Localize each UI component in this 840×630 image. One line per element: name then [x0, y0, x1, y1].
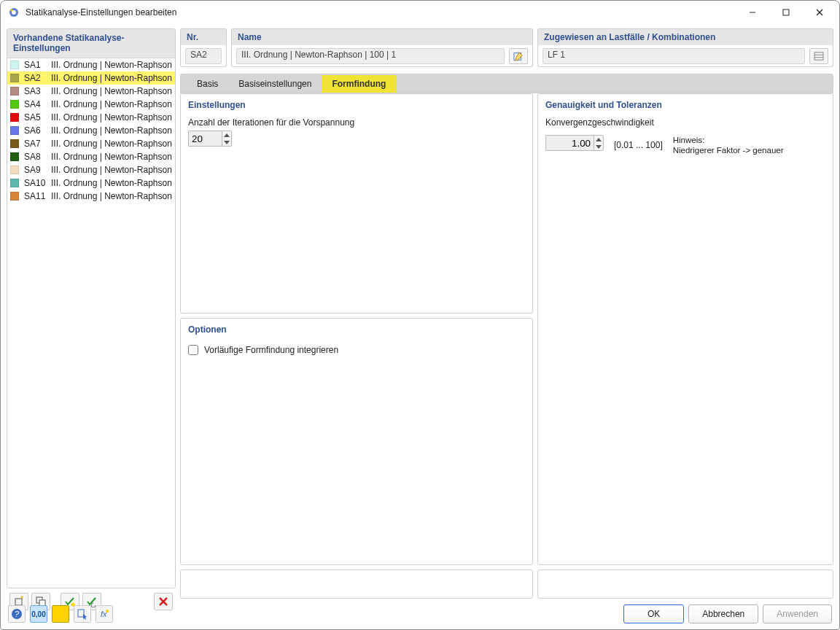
- settings-item-id: SA7: [22, 139, 51, 149]
- speed-hint: Hinweis: Niedrigerer Faktor -> genauer: [673, 135, 784, 155]
- options-title: Optionen: [181, 319, 532, 336]
- nr-box: Nr. SA2: [180, 28, 227, 69]
- spin-up-icon[interactable]: [594, 136, 603, 143]
- preliminary-formfinding-checkbox[interactable]: [188, 345, 198, 355]
- settings-item-desc: III. Ordnung | Newton-Raphson |: [51, 191, 175, 201]
- assign-label: Zugewiesen an Lastfälle / Kombinationen: [537, 28, 833, 45]
- color-swatch: [10, 61, 19, 69]
- units-button[interactable]: 0,00: [30, 605, 47, 623]
- name-label: Name: [231, 28, 533, 45]
- apply-button[interactable]: Anwenden: [763, 604, 832, 623]
- settings-item-id: SA9: [22, 165, 51, 175]
- settings-item-id: SA6: [22, 125, 51, 136]
- settings-list-item[interactable]: SA2III. Ordnung | Newton-Raphson |: [7, 71, 175, 85]
- settings-list-heading: Vorhandene Statikanalyse-Einstellungen: [7, 29, 175, 58]
- color-swatch: [10, 152, 19, 161]
- color-swatch: [10, 113, 19, 122]
- dialog-footer: ? 0,00 fx OK Abbrechen Anwenden: [1, 599, 839, 629]
- settings-item-desc: III. Ordnung | Newton-Raphson |: [51, 73, 175, 83]
- accuracy-title: Genauigkeit und Toleranzen: [538, 94, 833, 112]
- color-swatch: [10, 179, 19, 187]
- settings-item-desc: III. Ordnung | Newton-Raphson |: [51, 139, 175, 149]
- tabs: BasisBasiseinstellungenFormfindung: [180, 74, 833, 93]
- svg-rect-19: [78, 610, 84, 617]
- settings-item-desc: III. Ordnung | Newton-Raphson |: [51, 125, 175, 136]
- settings-list-item[interactable]: SA5III. Ordnung | Newton-Raphson |: [7, 111, 175, 124]
- settings-item-desc: III. Ordnung | Newton-Raphson |: [51, 60, 175, 70]
- options-section: Optionen Vorläufige Formfindung integrie…: [180, 318, 533, 565]
- spin-down-icon[interactable]: [594, 143, 603, 150]
- settings-section: Einstellungen Anzahl der Iterationen für…: [180, 93, 533, 314]
- spin-up-icon[interactable]: [222, 131, 231, 139]
- assign-box: Zugewiesen an Lastfälle / Kombinationen …: [537, 28, 833, 69]
- settings-item-desc: III. Ordnung | Newton-Raphson |: [51, 165, 175, 175]
- settings-item-id: SA11: [22, 191, 51, 201]
- ok-button[interactable]: OK: [623, 604, 684, 623]
- app-icon: [8, 7, 20, 18]
- name-input[interactable]: III. Ordnung | Newton-Raphson | 100 | 1: [236, 48, 505, 64]
- color-button[interactable]: [52, 605, 69, 623]
- iterations-label: Anzahl der Iterationen für die Vorspannu…: [188, 117, 525, 128]
- main-panel: Nr. SA2 Name III. Ordnung | Newton-Raphs…: [180, 28, 833, 599]
- svg-point-2: [11, 9, 13, 11]
- minimize-button[interactable]: [736, 1, 769, 23]
- spin-down-icon[interactable]: [222, 139, 231, 146]
- hint-text: Niedrigerer Faktor -> genauer: [673, 146, 784, 155]
- color-swatch: [10, 139, 19, 148]
- tab-formfindung[interactable]: Formfindung: [322, 75, 396, 93]
- svg-text:?: ?: [15, 610, 20, 618]
- settings-item-desc: III. Ordnung | Newton-Raphson |: [51, 86, 175, 96]
- svg-point-21: [106, 610, 109, 612]
- iterations-spin-buttons[interactable]: [222, 131, 232, 147]
- settings-list-item[interactable]: SA6III. Ordnung | Newton-Raphson |: [7, 124, 175, 137]
- accuracy-section: Genauigkeit und Toleranzen Konvergenzges…: [537, 93, 833, 565]
- selection-button[interactable]: [74, 605, 91, 623]
- settings-item-desc: III. Ordnung | Newton-Raphson |: [51, 178, 175, 188]
- settings-item-desc: III. Ordnung | Newton-Raphson |: [51, 99, 175, 109]
- preliminary-formfinding-row[interactable]: Vorläufige Formfindung integrieren: [188, 342, 525, 358]
- fx-button[interactable]: fx: [96, 605, 113, 623]
- settings-item-id: SA10: [22, 178, 51, 188]
- units-icon: 0,00: [31, 610, 45, 618]
- color-swatch: [10, 192, 19, 201]
- settings-list-item[interactable]: SA3III. Ordnung | Newton-Raphson |: [7, 85, 175, 98]
- settings-item-id: SA3: [22, 86, 51, 96]
- iterations-spinner[interactable]: [188, 131, 525, 147]
- settings-title: Einstellungen: [181, 94, 532, 112]
- settings-item-id: SA5: [22, 112, 51, 122]
- settings-list-item[interactable]: SA1III. Ordnung | Newton-Raphson |: [7, 58, 175, 71]
- iterations-input[interactable]: [188, 131, 222, 147]
- settings-item-desc: III. Ordnung | Newton-Raphson |: [51, 152, 175, 162]
- speed-spinner[interactable]: [545, 135, 604, 151]
- settings-list-item[interactable]: SA4III. Ordnung | Newton-Raphson |: [7, 98, 175, 111]
- hint-label: Hinweis:: [673, 136, 704, 144]
- settings-item-id: SA8: [22, 152, 51, 162]
- maximize-button[interactable]: [769, 1, 803, 23]
- speed-input[interactable]: [545, 135, 594, 151]
- color-swatch: [10, 166, 19, 174]
- edit-name-button[interactable]: [509, 48, 528, 64]
- tab-basiseinstellungen[interactable]: Basiseinstellungen: [228, 75, 322, 93]
- svg-rect-14: [814, 52, 823, 59]
- nr-value: SA2: [185, 48, 222, 64]
- settings-item-id: SA4: [22, 99, 51, 109]
- color-swatch: [10, 126, 19, 135]
- settings-list[interactable]: SA1III. Ordnung | Newton-Raphson | SA2II…: [7, 58, 175, 588]
- speed-range: [0.01 ... 100]: [614, 140, 663, 150]
- settings-list-item[interactable]: SA8III. Ordnung | Newton-Raphson |: [7, 150, 175, 163]
- close-button[interactable]: [803, 1, 836, 23]
- title-bar: Statikanalyse-Einstellungen bearbeiten: [1, 1, 839, 24]
- speed-label: Konvergenzgeschwindigkeit: [545, 117, 825, 128]
- header-row: Nr. SA2 Name III. Ordnung | Newton-Raphs…: [180, 28, 833, 69]
- settings-list-item[interactable]: SA7III. Ordnung | Newton-Raphson |: [7, 137, 175, 150]
- settings-list-item[interactable]: SA11III. Ordnung | Newton-Raphson |: [7, 190, 175, 203]
- settings-list-item[interactable]: SA10III. Ordnung | Newton-Raphson |: [7, 176, 175, 190]
- assign-browse-button[interactable]: [809, 48, 828, 64]
- cancel-button[interactable]: Abbrechen: [688, 604, 758, 623]
- color-swatch: [10, 87, 19, 96]
- speed-spin-buttons[interactable]: [594, 135, 604, 151]
- tab-basis[interactable]: Basis: [187, 75, 228, 93]
- help-button[interactable]: ?: [8, 605, 26, 623]
- settings-list-item[interactable]: SA9III. Ordnung | Newton-Raphson |: [7, 163, 175, 176]
- footer-panel-right: [537, 569, 833, 599]
